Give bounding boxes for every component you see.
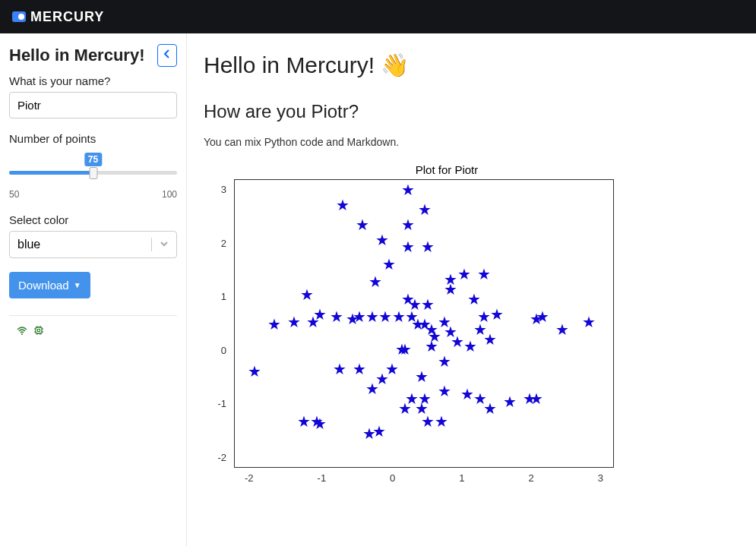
data-point: ★	[300, 287, 314, 302]
slider-fill	[9, 171, 93, 175]
brand-icon	[12, 11, 26, 22]
main-content: Hello in Mercury! 👋 How are you Piotr? Y…	[187, 33, 756, 546]
x-tick: 1	[459, 472, 464, 484]
data-point: ★	[438, 383, 451, 399]
top-bar: MERCURY	[0, 0, 756, 33]
chart-title: Plot for Piotr	[234, 163, 660, 176]
data-point: ★	[582, 314, 596, 330]
x-tick: -1	[318, 472, 327, 484]
chevron-left-icon	[163, 49, 171, 62]
data-point: ★	[267, 317, 281, 332]
data-point: ★	[418, 202, 432, 217]
data-point: ★	[418, 391, 432, 406]
data-point: ★	[467, 292, 481, 307]
data-point: ★	[398, 342, 412, 357]
y-tick: 1	[221, 291, 226, 302]
chevron-down-icon	[151, 238, 169, 251]
data-point: ★	[415, 369, 429, 384]
collapse-sidebar-button[interactable]	[157, 44, 177, 67]
data-point: ★	[313, 416, 327, 431]
color-selected-value: blue	[17, 238, 40, 251]
data-point: ★	[401, 182, 415, 197]
data-point: ★	[451, 334, 464, 349]
data-point: ★	[378, 309, 392, 324]
data-point: ★	[375, 232, 389, 248]
data-point: ★	[483, 332, 497, 347]
data-point: ★	[536, 309, 549, 324]
data-point: ★	[336, 197, 350, 213]
plot-area: ★★★★★★★★★★★★★★★★★★★★★★★★★★★★★★★★★★★★★★★★…	[234, 179, 614, 468]
panel-title: Hello in Mercury!	[9, 46, 144, 65]
data-point: ★	[435, 414, 448, 429]
y-axis: 3 2 1 0 -1 -2	[204, 179, 234, 468]
name-input[interactable]	[9, 92, 177, 118]
download-button[interactable]: Download ▼	[9, 272, 90, 298]
points-slider[interactable]: 75	[9, 153, 177, 186]
data-point: ★	[421, 297, 435, 312]
data-point: ★	[483, 401, 497, 416]
data-point: ★	[401, 217, 415, 232]
data-point: ★	[460, 387, 474, 402]
name-label: What is your name?	[9, 74, 177, 87]
download-button-label: Download	[18, 279, 69, 292]
cpu-icon	[33, 325, 44, 338]
data-point: ★	[297, 414, 311, 429]
divider	[9, 315, 177, 316]
data-point: ★	[287, 314, 301, 330]
data-point: ★	[330, 309, 343, 324]
slider-thumb[interactable]	[89, 167, 97, 179]
data-point: ★	[372, 424, 386, 439]
data-point: ★	[401, 239, 415, 254]
slider-value-bubble: 75	[84, 153, 102, 166]
page-heading: Hello in Mercury! 👋	[204, 52, 739, 78]
data-point: ★	[346, 311, 359, 327]
data-point: ★	[463, 339, 477, 354]
brand-text: MERCURY	[30, 9, 104, 25]
x-tick: 0	[390, 472, 395, 484]
data-point: ★	[248, 364, 261, 379]
data-point: ★	[444, 282, 457, 297]
data-point: ★	[382, 257, 396, 272]
data-point: ★	[306, 314, 320, 330]
data-point: ★	[353, 361, 366, 377]
y-tick: 3	[221, 184, 226, 195]
data-point: ★	[490, 307, 504, 322]
color-label: Select color	[9, 213, 177, 226]
x-tick: 2	[529, 472, 534, 484]
y-tick: 0	[221, 345, 226, 356]
data-point: ★	[369, 274, 382, 289]
x-tick: -2	[245, 472, 254, 484]
scatter-chart: Plot for Piotr 3 2 1 0 -1 -2 ★★★★★★★★★★★…	[204, 163, 739, 484]
points-label: Number of points	[9, 132, 177, 145]
data-point: ★	[421, 414, 435, 429]
y-tick: -2	[217, 452, 226, 463]
x-tick: 3	[598, 472, 603, 484]
data-point: ★	[457, 267, 471, 282]
x-axis: -2 -1 0 1 2 3	[234, 468, 614, 484]
wifi-icon	[17, 325, 27, 338]
data-point: ★	[421, 239, 435, 254]
page-body: You can mix Python code and Markdown.	[204, 136, 739, 148]
data-point: ★	[438, 354, 451, 369]
svg-rect-1	[36, 327, 42, 333]
data-point: ★	[425, 339, 438, 354]
data-point: ★	[408, 297, 422, 312]
slider-max: 100	[162, 189, 177, 200]
data-point: ★	[530, 391, 543, 406]
data-point: ★	[385, 361, 399, 377]
data-point: ★	[365, 309, 379, 324]
data-point: ★	[555, 322, 569, 337]
data-point: ★	[356, 217, 369, 232]
brand-logo[interactable]: MERCURY	[12, 9, 104, 25]
y-tick: 2	[221, 238, 226, 249]
data-point: ★	[392, 309, 406, 324]
data-point: ★	[503, 394, 517, 409]
slider-min: 50	[9, 189, 19, 200]
data-point: ★	[477, 267, 491, 282]
color-select[interactable]: blue	[9, 231, 177, 258]
sidebar: Hello in Mercury! What is your name? Num…	[0, 33, 187, 546]
data-point: ★	[333, 361, 346, 377]
svg-rect-2	[38, 330, 40, 332]
page-subheading: How are you Piotr?	[204, 101, 739, 122]
caret-down-icon: ▼	[74, 281, 81, 289]
